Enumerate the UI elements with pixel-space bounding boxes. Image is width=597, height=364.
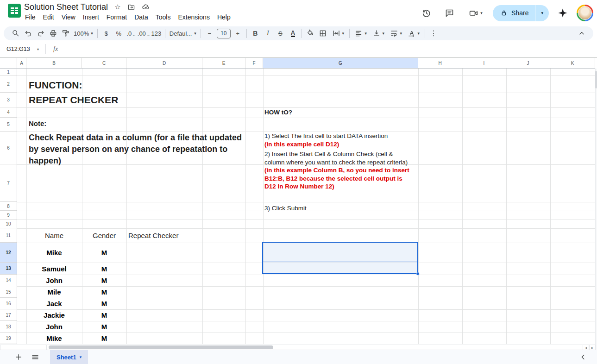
menu-data[interactable]: Data (131, 13, 152, 22)
menu-extensions[interactable]: Extensions (174, 13, 213, 22)
menu-file[interactable]: File (21, 13, 39, 22)
row-header-16[interactable]: 16 (0, 298, 17, 309)
sheet-tab-bar: Sheet1 ▾ (0, 350, 597, 364)
collapse-side-panel-icon[interactable] (575, 350, 591, 364)
cloud-saved-icon[interactable] (142, 3, 150, 11)
column-header-K[interactable]: K (550, 58, 595, 68)
menu-tools[interactable]: Tools (152, 13, 175, 22)
more-icon[interactable] (427, 27, 440, 39)
column-header-C[interactable]: C (82, 58, 126, 68)
move-folder-icon[interactable] (127, 3, 135, 11)
row-header-5[interactable]: 5 (0, 118, 17, 132)
format-percent-button[interactable]: % (113, 27, 125, 39)
column-header-I[interactable]: I (462, 58, 506, 68)
gemini-icon[interactable] (553, 4, 572, 22)
menu-view[interactable]: View (58, 13, 79, 22)
text-rotation-icon[interactable]: ▾ (405, 27, 422, 39)
row-header-10[interactable]: 10 (0, 220, 17, 228)
collapse-toolbar-icon[interactable] (575, 27, 588, 39)
sheet-body[interactable]: FUNCTION: REPEAT CHECKER Note: Check Rep… (17, 69, 595, 344)
menu-insert[interactable]: Insert (79, 13, 103, 22)
column-header-D[interactable]: D (126, 58, 202, 68)
avatar[interactable] (577, 5, 593, 21)
print-icon[interactable] (47, 27, 59, 39)
horizontal-align-icon[interactable]: ▾ (352, 27, 370, 39)
undo-icon[interactable] (22, 27, 34, 39)
text-color-button[interactable]: A (287, 27, 299, 39)
borders-icon[interactable] (317, 27, 329, 39)
row-header-9[interactable]: 9 (0, 211, 17, 220)
strikethrough-button[interactable]: S (274, 27, 287, 39)
column-header-F[interactable]: F (245, 58, 263, 68)
column-header-J[interactable]: J (506, 58, 550, 68)
bold-button[interactable]: B (249, 27, 262, 39)
row-header-3[interactable]: 3 (0, 93, 17, 107)
zoom-select[interactable]: 100%▾ (72, 27, 95, 39)
row-header-11[interactable]: 11 (0, 228, 17, 243)
selection-row-divider (263, 262, 417, 262)
comments-icon[interactable] (440, 4, 459, 22)
vertical-scrollbar-thumb[interactable] (595, 71, 597, 88)
menu-edit[interactable]: Edit (39, 13, 58, 22)
row-header-6[interactable]: 6 (0, 132, 17, 164)
row-header-19[interactable]: 19 (0, 333, 17, 344)
format-currency-button[interactable]: $ (100, 27, 113, 39)
select-all-corner[interactable] (0, 58, 17, 68)
horizontal-scrollbar-thumb[interactable] (49, 345, 273, 349)
share-caret[interactable]: ▾ (535, 11, 549, 15)
text-wrap-icon[interactable]: ▾ (387, 27, 405, 39)
decrease-decimals-button[interactable]: .0← (125, 27, 138, 39)
name-box[interactable]: G12:G13 (0, 46, 36, 52)
vertical-scrollbar[interactable] (595, 69, 597, 350)
horizontal-scrollbar[interactable] (46, 345, 584, 350)
redo-icon[interactable] (34, 27, 47, 39)
version-history-icon[interactable] (417, 4, 435, 22)
row-header-7[interactable]: 7 (0, 164, 17, 202)
h-scroll-left-pad (0, 345, 46, 350)
fill-color-icon[interactable] (304, 27, 317, 39)
video-call-icon[interactable]: ▾ (463, 4, 488, 22)
decrease-font-size-button[interactable]: − (203, 27, 216, 39)
row-header-14[interactable]: 14 (0, 275, 17, 286)
search-icon[interactable] (9, 27, 22, 39)
row-header-4[interactable]: 4 (0, 107, 17, 118)
italic-button[interactable]: I (262, 27, 274, 39)
column-header-H[interactable]: H (418, 58, 462, 68)
menu-help[interactable]: Help (214, 13, 234, 22)
scroll-right-arrow[interactable]: ▶ (589, 345, 596, 350)
share-button[interactable]: Share (493, 5, 535, 21)
tab-sheet1[interactable]: Sheet1 ▾ (50, 350, 88, 364)
star-icon[interactable]: ☆ (114, 3, 120, 11)
font-family-select[interactable]: Defaul...▾ (168, 27, 198, 39)
row-header-15[interactable]: 15 (0, 286, 17, 298)
name-box-caret[interactable]: ▾ (37, 47, 39, 51)
menu-format[interactable]: Format (103, 13, 131, 22)
row-header-18[interactable]: 18 (0, 321, 17, 333)
document-title[interactable]: Solution Sheet Tutorial (24, 2, 108, 12)
formula-input[interactable] (58, 41, 597, 57)
add-sheet-icon[interactable] (10, 350, 27, 364)
column-header-G[interactable]: G (263, 58, 418, 68)
row-header-17[interactable]: 17 (0, 309, 17, 321)
column-header-B[interactable]: B (26, 58, 82, 68)
vertical-align-icon[interactable]: ▾ (370, 27, 387, 39)
cell-name-row18: John (26, 321, 82, 333)
scroll-left-arrow[interactable]: ◀ (583, 345, 589, 350)
row-header-2[interactable]: 2 (0, 75, 17, 93)
column-header-E[interactable]: E (202, 58, 245, 68)
row-header-13[interactable]: 13 (0, 263, 17, 275)
column-header-A[interactable]: A (17, 58, 26, 68)
font-size-input[interactable]: 10 (217, 29, 231, 38)
paint-format-icon[interactable] (59, 27, 72, 39)
row-header-12[interactable]: 12 (0, 243, 17, 263)
selection-g12-g13[interactable] (262, 242, 418, 274)
merge-cells-icon[interactable]: ▾ (329, 27, 347, 39)
all-sheets-icon[interactable] (27, 350, 44, 364)
fill-handle[interactable] (416, 272, 420, 276)
row-header-1[interactable]: 1 (0, 69, 17, 75)
increase-decimals-button[interactable]: .00→ (138, 27, 150, 39)
sheets-logo[interactable] (8, 4, 21, 18)
increase-font-size-button[interactable]: + (232, 27, 244, 39)
row-header-8[interactable]: 8 (0, 202, 17, 211)
more-formats-button[interactable]: 123 (150, 27, 163, 39)
